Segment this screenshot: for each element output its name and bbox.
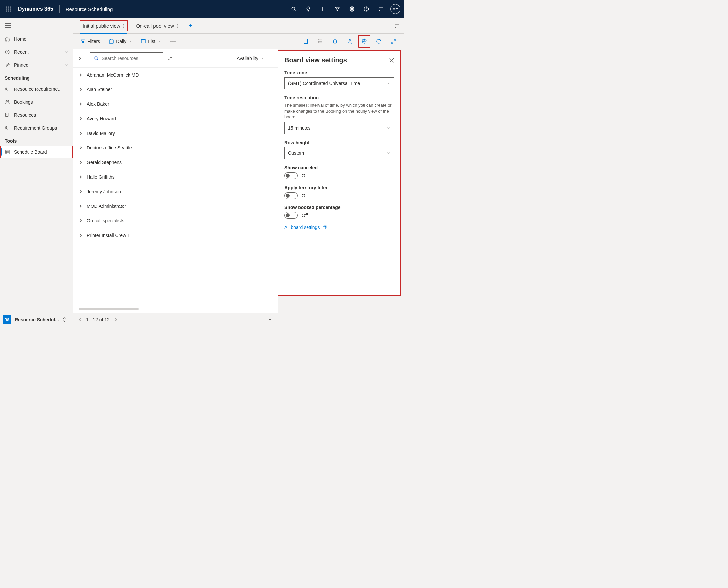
nav-requirement-groups[interactable]: Requirement Groups xyxy=(0,121,72,134)
add-tab-button[interactable]: + xyxy=(184,18,197,34)
availability-dropdown[interactable]: Availability xyxy=(237,56,269,61)
row-height-select[interactable]: Custom xyxy=(284,147,394,159)
chevron-right-icon[interactable] xyxy=(79,73,82,77)
clock-icon xyxy=(5,49,10,55)
expand-all-button[interactable] xyxy=(78,56,86,60)
tab-on-call-pool-view[interactable]: On-call pool view xyxy=(130,18,184,34)
person-icon[interactable] xyxy=(343,35,356,48)
help-icon[interactable] xyxy=(359,2,374,16)
add-icon[interactable] xyxy=(316,2,330,16)
time-resolution-help: The smallest interval of time, by which … xyxy=(284,102,394,120)
tab-initial-public-view[interactable]: Initial public view xyxy=(77,18,130,34)
time-resolution-select[interactable]: 15 minutes xyxy=(284,122,394,134)
resource-name: MOD Administrator xyxy=(87,204,126,209)
timezone-select[interactable]: (GMT) Coordinated Universal Time xyxy=(284,77,394,89)
chevron-right-icon[interactable] xyxy=(79,102,82,106)
resource-row[interactable]: Jeremy Johnson xyxy=(73,184,278,199)
search-field[interactable] xyxy=(102,56,160,61)
nav-home[interactable]: Home xyxy=(0,33,72,45)
show-canceled-label: Show canceled xyxy=(284,165,394,170)
nav-collapse-button[interactable] xyxy=(0,18,72,33)
horizontal-scrollbar[interactable] xyxy=(79,308,138,310)
app-picker[interactable]: Resource Schedul... xyxy=(15,317,59,322)
chevron-right-icon[interactable] xyxy=(79,87,82,91)
booked-percentage-toggle[interactable] xyxy=(284,212,298,219)
resource-row[interactable]: Alan Steiner xyxy=(73,82,278,97)
settings-icon[interactable] xyxy=(345,2,359,16)
chevron-right-icon[interactable] xyxy=(79,161,82,164)
resource-row[interactable]: Gerald Stephens xyxy=(73,155,278,170)
show-canceled-toggle[interactable] xyxy=(284,172,298,179)
user-avatar[interactable]: MA xyxy=(390,4,400,14)
search-icon[interactable] xyxy=(286,2,301,16)
chevron-right-icon[interactable] xyxy=(79,117,82,121)
nav-pinned[interactable]: Pinned xyxy=(0,58,72,71)
pager-collapse-button[interactable] xyxy=(268,317,272,321)
chevron-right-icon[interactable] xyxy=(79,190,82,193)
chevron-right-icon[interactable] xyxy=(79,204,82,208)
nav-resources[interactable]: Resources xyxy=(0,108,72,121)
sort-icon[interactable] xyxy=(167,56,173,61)
lightbulb-icon[interactable] xyxy=(301,2,316,16)
pager-next-button[interactable] xyxy=(114,317,117,321)
close-icon[interactable] xyxy=(389,58,394,63)
resources-icon xyxy=(5,112,10,118)
chevron-right-icon[interactable] xyxy=(79,219,82,223)
resource-row[interactable]: Abraham McCormick MD xyxy=(73,68,278,82)
territory-filter-toggle[interactable] xyxy=(284,192,298,199)
expand-icon[interactable] xyxy=(387,35,400,48)
svg-point-6 xyxy=(6,10,7,12)
nav-bookings[interactable]: Bookings xyxy=(0,96,72,108)
waffle-launcher[interactable] xyxy=(2,2,15,16)
resource-row[interactable]: MOD Administrator xyxy=(73,199,278,213)
resource-row[interactable]: Halle Griffiths xyxy=(73,170,278,184)
product-title[interactable]: Resource Scheduling xyxy=(66,6,113,12)
svg-point-60 xyxy=(364,40,365,42)
filter-icon[interactable] xyxy=(330,2,345,16)
svg-point-1 xyxy=(8,7,9,8)
nav-recent[interactable]: Recent xyxy=(0,45,72,58)
req-groups-icon xyxy=(5,125,10,131)
tab-more-icon[interactable] xyxy=(177,23,178,28)
bell-icon[interactable] xyxy=(329,35,341,48)
daily-dropdown[interactable]: Daily xyxy=(105,36,135,47)
svg-point-23 xyxy=(6,101,7,102)
resource-row[interactable]: Alex Baker xyxy=(73,97,278,111)
list-dropdown[interactable]: List xyxy=(137,36,165,47)
select-value: 15 minutes xyxy=(288,125,311,131)
all-board-settings-link[interactable]: All board settings xyxy=(284,225,394,230)
resource-row[interactable]: Printer Install Crew 1 xyxy=(73,228,278,243)
tool-label: Filters xyxy=(87,39,100,44)
refresh-icon[interactable] xyxy=(372,35,385,48)
filters-button[interactable]: Filters xyxy=(77,36,103,47)
more-tool-button[interactable] xyxy=(167,36,179,47)
pin-icon xyxy=(5,62,10,68)
nav-label: Pinned xyxy=(14,62,28,68)
resource-row[interactable]: Avery Howard xyxy=(73,111,278,126)
chevron-right-icon[interactable] xyxy=(79,175,82,179)
brand-title[interactable]: Dynamics 365 xyxy=(15,6,59,12)
expand-updown-icon[interactable] xyxy=(62,317,66,322)
svg-point-13 xyxy=(351,8,353,10)
board-settings-icon[interactable] xyxy=(358,35,370,48)
chevron-right-icon[interactable] xyxy=(79,146,82,150)
tab-more-icon[interactable] xyxy=(123,23,124,28)
chevron-right-icon[interactable] xyxy=(79,233,82,237)
resource-row[interactable]: On-call specialists xyxy=(73,213,278,228)
chat-icon[interactable] xyxy=(374,2,388,16)
resource-row[interactable]: David Mallory xyxy=(73,126,278,141)
toggle-state: Off xyxy=(302,193,307,198)
home-icon xyxy=(5,37,10,42)
chevron-right-icon[interactable] xyxy=(79,131,82,135)
nav-schedule-board[interactable]: Schedule Board xyxy=(0,146,72,159)
svg-point-7 xyxy=(8,10,9,12)
svg-point-49 xyxy=(170,41,171,42)
pager-prev-button[interactable] xyxy=(78,317,82,321)
nav-resource-requirements[interactable]: Resource Requireme... xyxy=(0,83,72,96)
resource-row[interactable]: Doctor's office Seattle xyxy=(73,141,278,155)
select-value: (GMT) Coordinated Universal Time xyxy=(288,81,360,86)
book-icon[interactable] xyxy=(300,35,312,48)
panel-chat-icon[interactable] xyxy=(390,23,404,29)
list-icon[interactable] xyxy=(314,35,327,48)
search-resources-input[interactable] xyxy=(90,52,163,64)
